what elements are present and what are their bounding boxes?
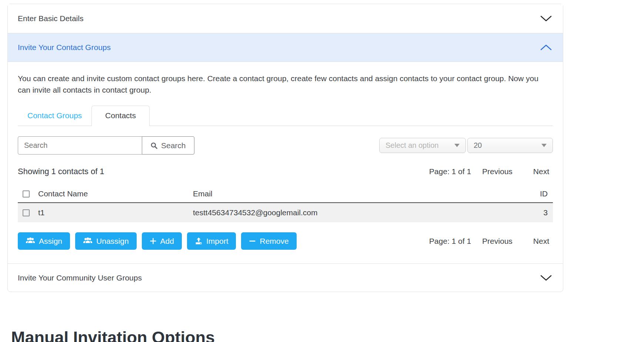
next-page-button[interactable]: Next xyxy=(533,237,549,246)
actions-row: Assign Unassign Add xyxy=(18,232,553,263)
unassign-button-label: Unassign xyxy=(96,237,129,246)
pagination-top: Page: 1 of 1 Previous Next xyxy=(429,167,553,176)
action-buttons: Assign Unassign Add xyxy=(18,232,297,250)
unassign-button[interactable]: Unassign xyxy=(75,232,137,250)
contact-id-cell: 3 xyxy=(530,208,553,217)
tab-bar: Contact Groups Contacts xyxy=(18,106,553,126)
section-title: Enter Basic Details xyxy=(18,14,83,23)
users-icon xyxy=(83,238,93,245)
import-button[interactable]: Import xyxy=(187,232,236,250)
import-button-label: Import xyxy=(206,237,228,246)
accordion-header-basic-details[interactable]: Enter Basic Details xyxy=(8,4,563,33)
chevron-down-icon xyxy=(540,275,552,281)
group-filter-select[interactable]: Select an option xyxy=(379,138,466,153)
contacts-toolbar: Search Select an option 20 xyxy=(18,136,553,155)
accordion-header-contact-groups[interactable]: Invite Your Contact Groups xyxy=(8,33,563,62)
select-all-checkbox[interactable] xyxy=(23,190,30,197)
minus-icon xyxy=(249,238,256,245)
previous-page-button[interactable]: Previous xyxy=(482,237,513,246)
pagination-bottom: Page: 1 of 1 Previous Next xyxy=(429,237,553,246)
plus-icon xyxy=(150,238,157,245)
dropdown-arrow-icon xyxy=(541,144,547,147)
contacts-table: Contact Name Email ID t1 testt4563473453… xyxy=(18,185,553,222)
search-button[interactable]: Search xyxy=(142,136,194,155)
table-header-row: Contact Name Email ID xyxy=(18,185,553,203)
users-icon xyxy=(26,238,35,245)
add-button[interactable]: Add xyxy=(142,232,182,250)
column-header-contact-name: Contact Name xyxy=(38,189,193,198)
invitation-accordion-card: Enter Basic Details Invite Your Contact … xyxy=(7,4,563,292)
search-group: Search xyxy=(18,136,194,155)
search-icon xyxy=(150,142,158,149)
accordion-header-community-groups[interactable]: Invite Your Community User Groups xyxy=(8,263,563,292)
section-title: Invite Your Contact Groups xyxy=(18,43,111,52)
add-button-label: Add xyxy=(160,237,174,246)
upload-icon xyxy=(195,237,203,245)
search-input[interactable] xyxy=(18,136,142,155)
filter-selects: Select an option 20 xyxy=(379,138,553,153)
remove-button[interactable]: Remove xyxy=(241,232,296,250)
page-size-select[interactable]: 20 xyxy=(467,138,553,153)
table-row[interactable]: t1 testt45634734532@googlemail.com 3 xyxy=(18,203,553,222)
results-summary: Showing 1 contacts of 1 xyxy=(18,167,104,176)
search-button-label: Search xyxy=(161,141,186,150)
group-filter-value: Select an option xyxy=(386,141,438,150)
previous-page-button[interactable]: Previous xyxy=(482,167,513,176)
dropdown-arrow-icon xyxy=(454,144,460,147)
contact-groups-panel: You can create and invite custom contact… xyxy=(8,73,563,263)
section-title: Invite Your Community User Groups xyxy=(18,273,142,282)
chevron-down-icon xyxy=(540,16,552,21)
page-indicator: Page: 1 of 1 xyxy=(429,237,471,246)
assign-button[interactable]: Assign xyxy=(18,232,70,250)
assign-button-label: Assign xyxy=(39,237,62,246)
summary-row: Showing 1 contacts of 1 Page: 1 of 1 Pre… xyxy=(18,167,553,176)
chevron-up-icon xyxy=(540,44,552,50)
row-checkbox[interactable] xyxy=(23,209,30,216)
section-description: You can create and invite custom contact… xyxy=(18,73,553,96)
contact-email-cell: testt45634734532@googlemail.com xyxy=(193,208,530,217)
column-header-email: Email xyxy=(193,189,530,198)
tab-contacts[interactable]: Contacts xyxy=(91,106,150,126)
contact-name-cell: t1 xyxy=(38,208,193,217)
column-header-id: ID xyxy=(530,189,553,198)
manual-invitation-options-heading: Manual Invitation Options xyxy=(11,328,215,342)
page-indicator: Page: 1 of 1 xyxy=(429,167,471,176)
remove-button-label: Remove xyxy=(260,237,288,246)
tab-contact-groups[interactable]: Contact Groups xyxy=(18,106,91,126)
next-page-button[interactable]: Next xyxy=(533,167,549,176)
page-size-value: 20 xyxy=(474,141,482,150)
